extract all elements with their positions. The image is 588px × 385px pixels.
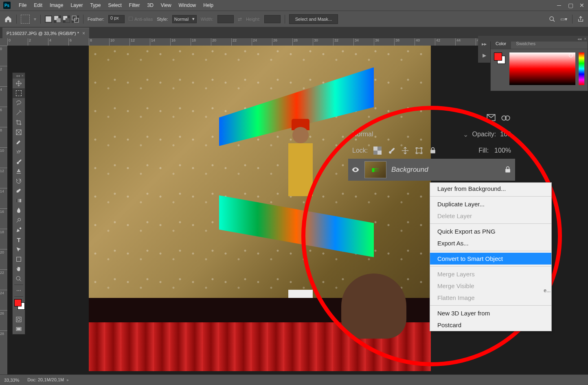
search-icon[interactable]: [549, 16, 555, 22]
lasso-tool[interactable]: [13, 98, 25, 108]
workspace-switcher-icon[interactable]: ▭▾: [560, 16, 567, 22]
color-swatches[interactable]: [13, 298, 25, 313]
marquee-tool[interactable]: [13, 88, 25, 98]
visibility-eye-icon[interactable]: [351, 166, 360, 174]
lock-all-icon[interactable]: [429, 147, 437, 155]
type-tool[interactable]: T: [13, 235, 25, 245]
brush-tool[interactable]: [13, 157, 25, 166]
move-tool[interactable]: [13, 79, 25, 88]
ctx-layer-from-background[interactable]: Layer from Background...: [430, 183, 551, 195]
layer-row-background[interactable]: ▓▒░ Background: [348, 159, 515, 181]
fill-value[interactable]: 100%: [494, 147, 511, 154]
menu-layer[interactable]: Layer: [67, 1, 86, 10]
color-panel: Color Swatches: [490, 38, 588, 91]
color-picker-field[interactable]: [509, 52, 575, 85]
ctx-merge-visible: Merge Visible: [430, 280, 551, 292]
menu-image[interactable]: Image: [46, 1, 66, 10]
svg-rect-25: [505, 169, 510, 172]
layer-lock-icon: [504, 166, 512, 174]
ctx-postcard[interactable]: Postcard: [430, 319, 551, 331]
window-minimize[interactable]: ─: [556, 2, 562, 8]
menu-select[interactable]: Select: [105, 1, 125, 10]
screen-mode-icon[interactable]: [13, 324, 25, 334]
menu-window[interactable]: Window: [176, 1, 200, 10]
ruler-origin[interactable]: [0, 38, 7, 46]
svg-rect-11: [17, 257, 21, 262]
menu-edit[interactable]: Edit: [31, 1, 46, 10]
blend-mode-select[interactable]: Normal⌄: [352, 131, 468, 138]
crop-tool[interactable]: [13, 118, 25, 127]
eyedropper-tool[interactable]: [13, 137, 25, 147]
menu-3d[interactable]: 3D: [144, 1, 156, 10]
layer-name[interactable]: Background: [391, 166, 499, 174]
quick-mask-icon[interactable]: [13, 315, 25, 324]
selection-subtract[interactable]: [63, 15, 70, 23]
selection-new[interactable]: [45, 15, 52, 23]
select-and-mask-button[interactable]: Select and Mask...: [289, 14, 338, 24]
ruler-vertical[interactable]: 0246810121416182022242628: [0, 46, 7, 374]
healing-brush-tool[interactable]: [13, 147, 25, 157]
panel-collapse-bar[interactable]: ◂◂×: [478, 36, 588, 42]
play-icon[interactable]: ▶: [478, 50, 490, 61]
style-select[interactable]: Normal▾: [172, 15, 197, 23]
menu-file[interactable]: File: [15, 1, 30, 10]
menu-view[interactable]: View: [158, 1, 175, 10]
feather-input[interactable]: 0 px: [108, 15, 125, 23]
hand-tool[interactable]: [13, 264, 25, 274]
menu-help[interactable]: Help: [200, 1, 217, 10]
zoom-tool[interactable]: [13, 274, 25, 284]
blur-tool[interactable]: [13, 206, 25, 215]
svg-rect-13: [16, 317, 21, 322]
svg-rect-4: [66, 18, 70, 22]
status-bar: 33,33% Doc: 20,1M/20,1M ▸: [0, 374, 588, 385]
lock-artboard-icon[interactable]: [415, 147, 423, 155]
app-logo: Ps: [3, 2, 11, 9]
window-maximize[interactable]: ▢: [568, 2, 573, 8]
style-label: Style:: [157, 17, 168, 22]
menu-type[interactable]: Type: [87, 1, 104, 10]
window-close[interactable]: ✕: [579, 2, 585, 8]
frame-tool[interactable]: [13, 127, 25, 137]
selection-intersect[interactable]: [72, 15, 79, 23]
menu-filter[interactable]: Filter: [126, 1, 143, 10]
lock-transparency-icon[interactable]: [373, 147, 382, 155]
status-zoom[interactable]: 33,33%: [4, 378, 19, 383]
lock-image-icon[interactable]: [387, 147, 395, 155]
lock-position-icon[interactable]: [401, 147, 409, 155]
ctx-new-3d-layer[interactable]: New 3D Layer from: [430, 307, 551, 319]
opacity-value[interactable]: 100: [500, 131, 511, 138]
svg-point-12: [16, 276, 20, 280]
pen-tool[interactable]: [13, 225, 25, 235]
svg-rect-22: [377, 151, 382, 155]
home-icon[interactable]: [4, 15, 12, 23]
edit-toolbar-icon[interactable]: ⋯: [13, 286, 25, 295]
history-brush-tool[interactable]: [13, 176, 25, 186]
menubar: Ps File Edit Image Layer Type Select Fil…: [0, 0, 588, 11]
height-label: Height:: [246, 17, 260, 22]
stamp-tool[interactable]: [13, 166, 25, 176]
gradient-tool[interactable]: [13, 196, 25, 206]
document-tab[interactable]: P1160237.JPG @ 33,3% (RGB/8*) * ×: [2, 28, 89, 38]
ctx-duplicate-layer[interactable]: Duplicate Layer...: [430, 198, 551, 210]
close-tab-icon[interactable]: ×: [82, 31, 85, 36]
share-icon[interactable]: [577, 16, 584, 22]
color-swatch[interactable]: [494, 52, 506, 65]
status-doc-size: Doc: 20,1M/20,1M: [27, 377, 64, 382]
marquee-tool-icon[interactable]: [21, 15, 30, 24]
ctx-export-as[interactable]: Export As...: [430, 237, 551, 249]
magic-wand-tool[interactable]: [13, 108, 25, 118]
filter-layers-icon[interactable]: [486, 113, 496, 123]
layer-effects-icon[interactable]: [500, 113, 511, 123]
path-selection-tool[interactable]: [13, 245, 25, 254]
dodge-tool[interactable]: [13, 215, 25, 225]
status-menu-arrow[interactable]: ▸: [66, 377, 69, 382]
ctx-convert-smart-object[interactable]: Convert to Smart Object: [430, 253, 551, 265]
eraser-tool[interactable]: [13, 186, 25, 196]
selection-add[interactable]: [54, 15, 61, 23]
shape-tool[interactable]: [13, 254, 25, 264]
ctx-quick-export-png[interactable]: Quick Export as PNG: [430, 225, 551, 237]
layer-thumbnail[interactable]: ▓▒░: [364, 161, 386, 178]
panel-dock-strip: ▸▸ ▶: [478, 38, 490, 63]
hue-slider[interactable]: [579, 52, 584, 85]
svg-rect-0: [46, 16, 51, 22]
